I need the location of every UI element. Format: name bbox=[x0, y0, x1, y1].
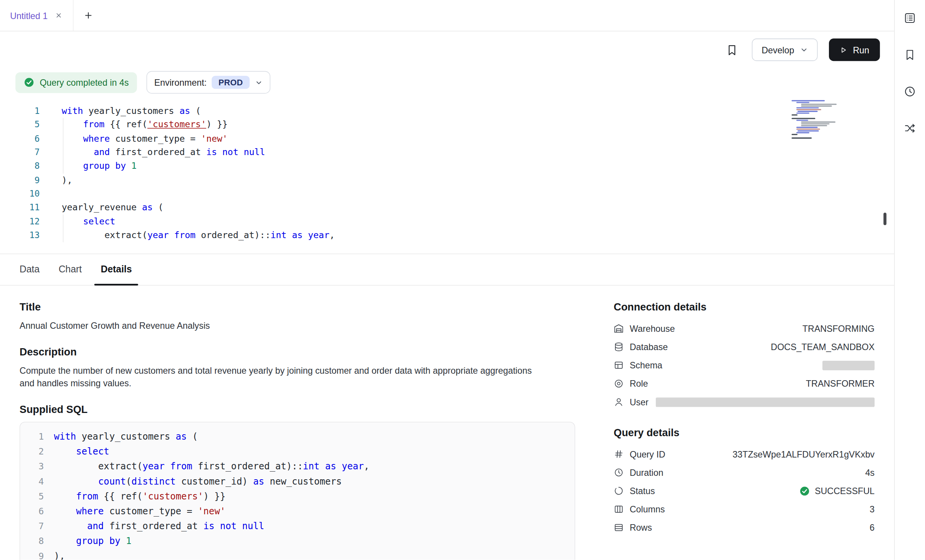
line-number: 10 bbox=[0, 187, 40, 201]
query-status-text: Query completed in 4s bbox=[40, 77, 128, 87]
status-row: Query completed in 4s Environment: PROD bbox=[0, 68, 894, 97]
chevron-down-icon bbox=[800, 46, 809, 54]
line-number: 1 bbox=[29, 429, 44, 444]
check-circle-icon bbox=[799, 485, 810, 496]
line-number: 3 bbox=[29, 459, 44, 474]
line-number: 7 bbox=[0, 146, 40, 160]
editor-line: 1with yearly_customers as ( bbox=[0, 104, 894, 118]
line-number: 9 bbox=[0, 173, 40, 187]
sql-line: 2 select bbox=[29, 445, 575, 459]
sql-line: 5 from {{ ref('customers') }} bbox=[29, 489, 575, 504]
close-icon[interactable] bbox=[54, 11, 64, 20]
query-description: Compute the number of new customers and … bbox=[19, 364, 532, 389]
editor-minimap[interactable] bbox=[792, 100, 837, 139]
editor-scrollbar[interactable] bbox=[883, 213, 886, 225]
environment-selector[interactable]: Environment: PROD bbox=[146, 71, 270, 94]
lineage-button[interactable] bbox=[901, 119, 919, 137]
line-number: 8 bbox=[29, 534, 44, 549]
detail-row: Schema bbox=[614, 356, 875, 374]
line-number: 9 bbox=[29, 549, 44, 560]
editor-line: 9), bbox=[0, 173, 894, 187]
editor-line: 12 select bbox=[0, 215, 894, 229]
role-icon bbox=[614, 379, 624, 389]
editor-tab-bar: Untitled 1 bbox=[0, 0, 894, 31]
detail-row: WarehouseTRANSFORMING bbox=[614, 319, 875, 338]
develop-dropdown[interactable]: Develop bbox=[752, 38, 818, 61]
detail-label: Warehouse bbox=[630, 323, 675, 333]
detail-row: DatabaseDOCS_TEAM_SANDBOX bbox=[614, 338, 875, 356]
sql-line: 6 where customer_type = 'new' bbox=[29, 504, 575, 519]
bookmark-button[interactable] bbox=[724, 41, 741, 58]
detail-row: RoleTRANSFORMER bbox=[614, 374, 875, 393]
detail-label: Rows bbox=[630, 523, 652, 533]
editor-line: 5 from {{ ref('customers') }} bbox=[0, 118, 894, 132]
line-number: 8 bbox=[0, 160, 40, 173]
sql-line: 4 count(distinct customer_id) as new_cus… bbox=[29, 474, 575, 489]
detail-value: 3 bbox=[870, 504, 875, 514]
line-number: 12 bbox=[0, 215, 40, 229]
tab-label: Untitled 1 bbox=[10, 10, 48, 20]
details-title-heading: Title bbox=[19, 301, 575, 313]
editor-line: 7 and first_ordered_at is not null bbox=[0, 146, 894, 160]
tab-untitled-1[interactable]: Untitled 1 bbox=[0, 0, 74, 31]
columns-icon bbox=[614, 504, 624, 514]
sql-line: 3 extract(year from first_ordered_at)::i… bbox=[29, 459, 575, 474]
history-icon bbox=[904, 85, 916, 98]
plus-icon bbox=[84, 11, 93, 20]
line-number: 2 bbox=[29, 445, 44, 459]
hash-icon bbox=[614, 449, 624, 459]
detail-label: Database bbox=[630, 342, 668, 352]
detail-row: Query ID33TZseWpe1ALFDUYerxR1gVKxbv bbox=[614, 445, 875, 463]
user-icon bbox=[614, 397, 624, 407]
query-list-icon bbox=[904, 11, 916, 24]
detail-row: StatusSUCCESSFUL bbox=[614, 482, 875, 500]
editor-line: 13 extract(year from ordered_at)::int as… bbox=[0, 229, 894, 242]
bookmark-sidebar-button[interactable] bbox=[901, 46, 919, 64]
run-button[interactable]: Run bbox=[829, 38, 880, 61]
run-label: Run bbox=[853, 45, 869, 54]
history-button[interactable] bbox=[901, 82, 919, 100]
line-number: 7 bbox=[29, 519, 44, 534]
add-tab-button[interactable] bbox=[79, 0, 98, 31]
query-details-heading: Query details bbox=[614, 427, 875, 438]
sql-editor[interactable]: 1with yearly_customers as (5 from {{ ref… bbox=[0, 96, 894, 253]
tab-chart[interactable]: Chart bbox=[52, 254, 88, 285]
detail-label: Duration bbox=[630, 467, 663, 477]
sql-line: 8 group by 1 bbox=[29, 534, 575, 549]
query-list-button[interactable] bbox=[901, 9, 919, 27]
detail-row: Rows6 bbox=[614, 518, 875, 537]
detail-label: Columns bbox=[630, 504, 665, 514]
play-icon bbox=[840, 46, 848, 54]
redacted-value bbox=[655, 397, 874, 407]
rows-icon bbox=[614, 523, 624, 533]
detail-value: DOCS_TEAM_SANDBOX bbox=[771, 342, 875, 352]
environment-label: Environment: bbox=[154, 77, 206, 87]
detail-value: 6 bbox=[870, 523, 875, 533]
tab-data[interactable]: Data bbox=[13, 254, 46, 285]
editor-line: 8 group by 1 bbox=[0, 160, 894, 173]
redacted-value bbox=[822, 360, 875, 370]
details-panel: Title Annual Customer Growth and Revenue… bbox=[0, 286, 894, 560]
detail-label: Query ID bbox=[630, 449, 665, 459]
status-icon bbox=[614, 486, 624, 496]
sql-line: 9), bbox=[29, 549, 575, 560]
line-number: 6 bbox=[0, 132, 40, 146]
line-number: 5 bbox=[29, 489, 44, 504]
tab-details[interactable]: Details bbox=[94, 254, 138, 285]
query-title: Annual Customer Growth and Revenue Analy… bbox=[19, 319, 575, 332]
detail-row: Columns3 bbox=[614, 500, 875, 518]
detail-value: TRANSFORMING bbox=[803, 323, 875, 333]
warehouse-icon bbox=[614, 323, 624, 333]
query-status-badge: Query completed in 4s bbox=[15, 72, 137, 93]
indent-guide bbox=[63, 118, 64, 173]
sql-line: 7 and first_ordered_at is not null bbox=[29, 519, 575, 534]
sql-line: 1with yearly_customers as ( bbox=[29, 429, 575, 444]
detail-row: Duration4s bbox=[614, 463, 875, 482]
detail-label: Role bbox=[630, 379, 648, 389]
line-number: 4 bbox=[29, 474, 44, 489]
line-number: 6 bbox=[29, 504, 44, 519]
detail-row: User bbox=[614, 393, 875, 411]
detail-label: Schema bbox=[630, 360, 663, 370]
schema-icon bbox=[614, 360, 624, 370]
editor-line: 6 where customer_type = 'new' bbox=[0, 132, 894, 146]
